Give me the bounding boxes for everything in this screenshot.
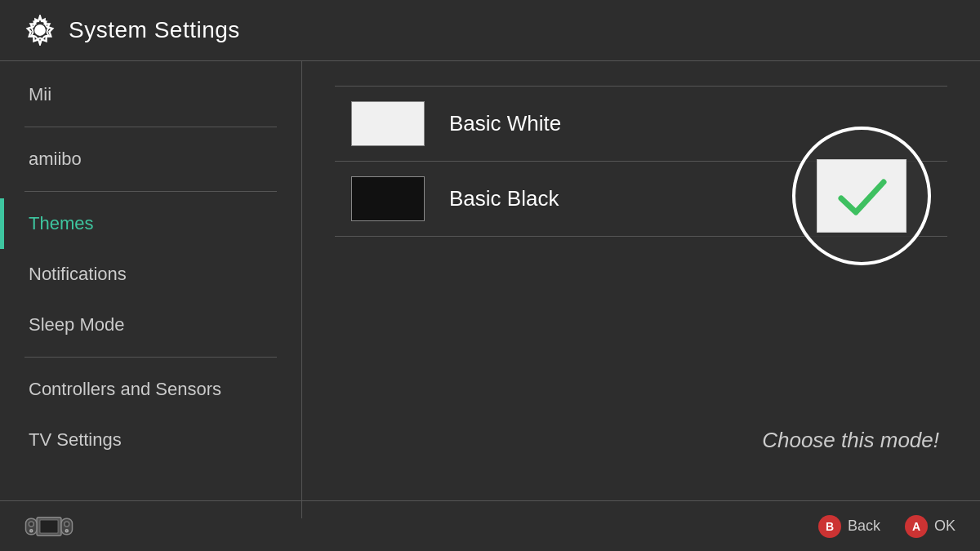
checkmark-icon xyxy=(833,167,890,224)
theme-label-black: Basic Black xyxy=(449,186,559,211)
content-area: Basic White Basic Black Choose this mode… xyxy=(302,61,980,518)
sidebar-divider-3 xyxy=(24,357,277,358)
theme-preview-white xyxy=(351,101,425,146)
gear-icon xyxy=(24,15,56,46)
selected-theme-indicator xyxy=(792,127,931,265)
back-label: Back xyxy=(848,518,880,535)
checkmark-box xyxy=(817,159,906,233)
sidebar-item-tv-settings[interactable]: TV Settings xyxy=(0,415,301,465)
theme-label-white: Basic White xyxy=(449,111,561,136)
console-icon xyxy=(24,510,74,543)
svg-point-7 xyxy=(30,529,33,531)
choose-mode-label: Choose this mode! xyxy=(762,428,939,453)
a-button-circle: A xyxy=(905,515,928,538)
page-title: System Settings xyxy=(69,17,240,43)
sidebar-item-sleep-mode[interactable]: Sleep Mode xyxy=(0,300,301,350)
ok-label: OK xyxy=(934,518,956,535)
console-icon-area xyxy=(24,510,74,543)
sidebar-divider-2 xyxy=(24,191,277,192)
sidebar-item-themes[interactable]: Themes xyxy=(0,198,301,249)
sidebar-item-amiibo[interactable]: amiibo xyxy=(0,134,301,184)
ok-button[interactable]: A OK xyxy=(905,515,956,538)
sidebar: Mii amiibo Themes Notifications Sleep Mo… xyxy=(0,61,302,518)
theme-preview-black xyxy=(351,176,425,221)
b-button-circle: B xyxy=(818,515,841,538)
svg-rect-5 xyxy=(40,519,59,533)
footer: B Back A OK xyxy=(0,500,980,551)
sidebar-item-controllers[interactable]: Controllers and Sensors xyxy=(0,364,301,415)
back-button[interactable]: B Back xyxy=(818,515,880,538)
footer-buttons: B Back A OK xyxy=(818,515,956,538)
sidebar-item-mii[interactable]: Mii xyxy=(0,69,301,120)
svg-point-9 xyxy=(65,529,68,531)
svg-point-8 xyxy=(65,522,69,527)
svg-point-6 xyxy=(29,522,33,527)
sidebar-item-notifications[interactable]: Notifications xyxy=(0,249,301,300)
header: System Settings xyxy=(0,0,980,61)
main-container: Mii amiibo Themes Notifications Sleep Mo… xyxy=(0,61,980,518)
sidebar-divider-1 xyxy=(24,127,277,127)
